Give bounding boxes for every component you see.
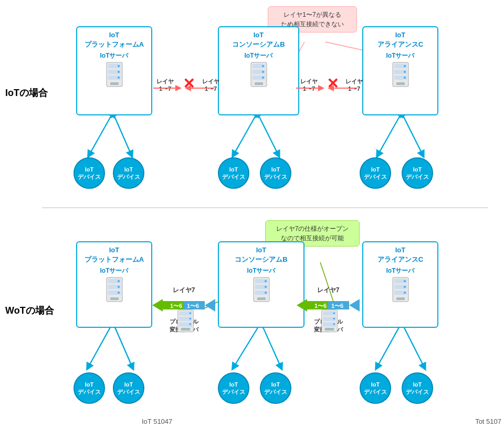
svg-line-48 bbox=[234, 323, 261, 367]
divider bbox=[42, 207, 488, 208]
iot-device-a1: IoTデバイス bbox=[74, 157, 105, 189]
svg-point-104 bbox=[333, 312, 335, 314]
svg-marker-91 bbox=[349, 299, 360, 312]
svg-rect-99 bbox=[181, 328, 191, 330]
iot-server-b-icon bbox=[248, 61, 269, 88]
wot-platform-b-title: IoTコンソーシアムB bbox=[219, 242, 303, 264]
svg-point-60 bbox=[118, 280, 120, 282]
svg-rect-71 bbox=[257, 297, 266, 300]
svg-rect-29 bbox=[255, 82, 263, 85]
wot-platform-b: IoTコンソーシアムB IoTサーバ bbox=[218, 241, 304, 328]
svg-point-70 bbox=[265, 292, 267, 294]
iot-server-a-icon bbox=[104, 61, 125, 88]
svg-text:1〜6: 1〜6 bbox=[170, 303, 182, 309]
wot-platform-c: IoTアライアンスC IoTサーバ bbox=[362, 241, 438, 328]
svg-text:1〜6: 1〜6 bbox=[314, 303, 327, 309]
svg-rect-21 bbox=[110, 82, 119, 85]
svg-marker-85 bbox=[205, 299, 215, 312]
svg-point-26 bbox=[262, 65, 264, 67]
svg-line-53 bbox=[402, 323, 424, 367]
wot-server-b-label: IoTサーバ bbox=[219, 266, 303, 275]
svg-rect-107 bbox=[325, 328, 334, 330]
svg-point-96 bbox=[190, 312, 192, 314]
wot-platform-a: IoTプラットフォームA IoTサーバ bbox=[76, 241, 152, 328]
iot-platform-a-title: IoTプラットフォームA bbox=[77, 27, 151, 49]
wot-device-b2: IoTデバイス bbox=[260, 372, 291, 404]
iot-h-arrow-ab bbox=[152, 83, 215, 93]
svg-rect-63 bbox=[110, 297, 119, 300]
iot-device-b2: IoTデバイス bbox=[260, 157, 291, 189]
svg-rect-37 bbox=[396, 82, 405, 85]
svg-line-11 bbox=[402, 113, 423, 155]
iot-platform-b-title: IoTコンソーシアムB bbox=[219, 27, 298, 49]
iot-device-c2: IoTデバイス bbox=[402, 157, 433, 189]
footer-right: Tot 5107 bbox=[475, 418, 501, 425]
main-diagram: IoTの場合 レイヤ1〜7が異なるため相互接続できない bbox=[0, 0, 504, 428]
svg-point-78 bbox=[404, 292, 406, 294]
svg-point-105 bbox=[333, 318, 335, 320]
iot-server-a-label: IoTサーバ bbox=[77, 51, 151, 60]
svg-line-2 bbox=[89, 113, 113, 155]
svg-line-52 bbox=[377, 323, 402, 367]
wot-device-a1: IoTデバイス bbox=[74, 372, 105, 404]
wot-platform-c-title: IoTアライアンスC bbox=[363, 242, 437, 264]
wot-device-b1: IoTデバイス bbox=[218, 372, 249, 404]
svg-point-76 bbox=[404, 280, 406, 282]
wot-server-a-label: IoTサーバ bbox=[77, 266, 151, 275]
svg-point-27 bbox=[262, 71, 264, 73]
iot-platform-b: IoTコンソーシアムB IoTサーバ bbox=[218, 26, 299, 115]
iot-platform-a: IoTプラットフォームA IoTサーバ bbox=[76, 26, 152, 115]
iot-platform-c-title: IoTアライアンスC bbox=[363, 27, 437, 49]
footer-left: IoT 51047 bbox=[142, 418, 172, 425]
svg-point-20 bbox=[118, 77, 120, 79]
svg-line-49 bbox=[261, 323, 281, 367]
iot-device-a2: IoTデバイス bbox=[113, 157, 144, 189]
wot-platform-a-title: IoTプラットフォームA bbox=[77, 242, 151, 264]
iot-platform-c: IoTアライアンスC IoTサーバ bbox=[362, 26, 438, 115]
wot-proto-server-ab bbox=[176, 309, 195, 333]
svg-point-36 bbox=[404, 77, 406, 79]
svg-point-62 bbox=[118, 292, 120, 294]
svg-point-106 bbox=[333, 323, 335, 325]
svg-point-28 bbox=[262, 77, 264, 79]
svg-marker-80 bbox=[152, 299, 163, 312]
svg-point-34 bbox=[404, 65, 406, 67]
wot-device-c2: IoTデバイス bbox=[402, 372, 433, 404]
iot-h-arrow-bc bbox=[295, 83, 358, 93]
wot-proto-server-bc bbox=[320, 309, 339, 333]
iot-device-b1: IoTデバイス bbox=[218, 157, 249, 189]
svg-point-18 bbox=[118, 65, 120, 67]
iot-server-c-icon bbox=[390, 61, 411, 88]
svg-point-98 bbox=[190, 323, 192, 325]
svg-text:1〜6: 1〜6 bbox=[187, 303, 199, 309]
iot-server-b-label: IoTサーバ bbox=[219, 51, 298, 60]
svg-marker-86 bbox=[297, 299, 307, 312]
svg-point-19 bbox=[118, 71, 120, 73]
svg-point-69 bbox=[265, 286, 267, 288]
svg-line-6 bbox=[234, 113, 257, 155]
wot-device-c1: IoTデバイス bbox=[360, 372, 391, 404]
wot-device-a2: IoTデバイス bbox=[113, 372, 144, 404]
svg-point-97 bbox=[190, 318, 192, 320]
svg-line-45 bbox=[113, 323, 132, 367]
svg-line-7 bbox=[257, 113, 278, 155]
iot-device-c1: IoTデバイス bbox=[360, 157, 391, 189]
svg-point-77 bbox=[404, 286, 406, 288]
wot-server-a-icon bbox=[104, 276, 125, 303]
wot-server-b-icon bbox=[251, 276, 272, 303]
svg-line-3 bbox=[113, 113, 131, 155]
wot-server-c-label: IoTサーバ bbox=[363, 266, 437, 275]
svg-line-44 bbox=[88, 323, 113, 367]
svg-line-10 bbox=[378, 113, 402, 155]
svg-text:1〜6: 1〜6 bbox=[331, 303, 343, 309]
svg-point-61 bbox=[118, 286, 120, 288]
svg-rect-79 bbox=[396, 297, 405, 300]
iot-server-c-label: IoTサーバ bbox=[363, 51, 437, 60]
wot-server-c-icon bbox=[390, 276, 411, 303]
svg-point-68 bbox=[265, 280, 267, 282]
svg-point-35 bbox=[404, 71, 406, 73]
